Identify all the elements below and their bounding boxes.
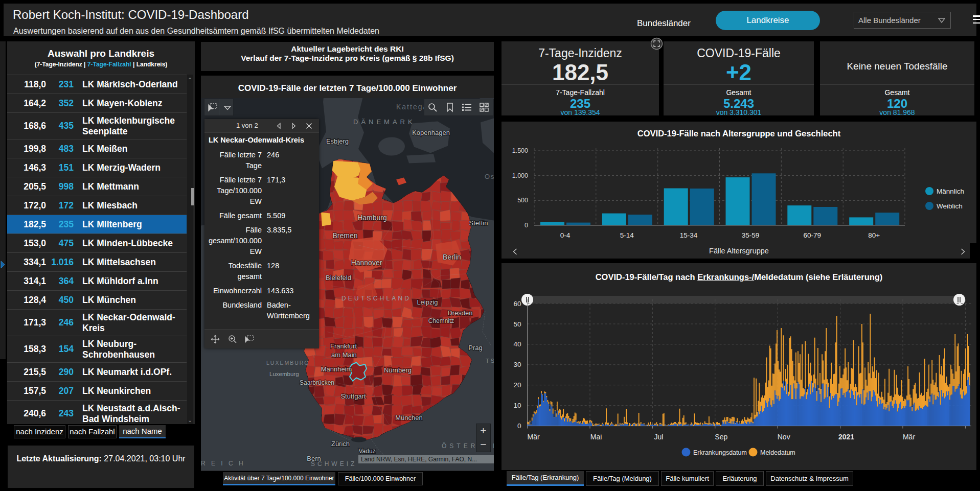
svg-text:Mannheim: Mannheim <box>321 365 352 373</box>
svg-text:Luxemburg: Luxemburg <box>269 371 299 377</box>
svg-text:2021: 2021 <box>838 433 854 441</box>
svg-text:0: 0 <box>517 422 521 430</box>
svg-text:500: 500 <box>517 197 528 204</box>
svg-text:Nürnberg: Nürnberg <box>384 366 412 374</box>
svg-text:Hannover: Hannover <box>351 259 382 267</box>
svg-text:20: 20 <box>514 381 521 389</box>
svg-text:40: 40 <box>514 340 521 348</box>
svg-text:Saarbrücken: Saarbrücken <box>300 379 334 386</box>
svg-text:50: 50 <box>514 320 521 328</box>
svg-text:Bielefeld: Bielefeld <box>326 274 351 282</box>
svg-text:Stuttgart: Stuttgart <box>340 392 366 400</box>
svg-text:15-34: 15-34 <box>680 231 698 239</box>
svg-text:Jul: Jul <box>654 433 663 441</box>
svg-text:Bremen: Bremen <box>332 231 357 240</box>
svg-text:Mär: Mär <box>528 433 540 441</box>
svg-text:Dresden: Dresden <box>447 309 472 317</box>
svg-text:Erkrankungsdatum: Erkrankungsdatum <box>693 449 747 456</box>
svg-text:Zürich: Zürich <box>331 440 350 448</box>
svg-text:Vaduz: Vaduz <box>358 448 375 455</box>
svg-text:10: 10 <box>514 402 521 409</box>
svg-text:1.500: 1.500 <box>512 147 528 154</box>
svg-text:Nov: Nov <box>778 433 790 441</box>
svg-text:Berlin: Berlin <box>443 253 461 261</box>
svg-text:Kopenhagen: Kopenhagen <box>412 129 450 136</box>
svg-text:35-59: 35-59 <box>742 231 760 239</box>
svg-text:R E I C H: R E I C H <box>201 460 245 467</box>
svg-text:0-4: 0-4 <box>560 231 571 239</box>
svg-text:Stettin: Stettin <box>469 219 488 227</box>
svg-text:Prag: Prag <box>468 344 482 352</box>
svg-text:LUXEMBURG: LUXEMBURG <box>266 360 310 366</box>
svg-text:80+: 80+ <box>868 231 880 239</box>
svg-text:Bern: Bern <box>307 455 321 462</box>
svg-text:60: 60 <box>514 300 521 308</box>
svg-text:5-14: 5-14 <box>620 231 634 239</box>
svg-text:Sep: Sep <box>715 433 727 441</box>
svg-text:Chemnitz: Chemnitz <box>428 317 454 324</box>
svg-text:DÄNEMARK: DÄNEMARK <box>353 118 416 126</box>
svg-text:Esbjerg: Esbjerg <box>326 137 349 145</box>
svg-text:TSC: TSC <box>486 358 494 364</box>
svg-text:Leipzig: Leipzig <box>417 298 438 306</box>
svg-text:am Main: am Main <box>331 351 357 359</box>
svg-text:60-79: 60-79 <box>803 231 821 239</box>
svg-text:Weiblich: Weiblich <box>937 202 963 210</box>
svg-text:Frankfurt: Frankfurt <box>330 342 357 350</box>
svg-text:Mär: Mär <box>903 433 915 441</box>
svg-text:Hamburg: Hamburg <box>357 214 387 222</box>
svg-text:Mai: Mai <box>590 433 602 441</box>
svg-text:0: 0 <box>525 222 528 229</box>
svg-text:DEUTSCHLAND: DEUTSCHLAND <box>341 295 411 302</box>
svg-text:30: 30 <box>514 361 521 368</box>
svg-text:München: München <box>395 414 422 422</box>
svg-text:1.000: 1.000 <box>512 172 528 179</box>
svg-text:Meldedatum: Meldedatum <box>760 449 795 456</box>
svg-text:Männlich: Männlich <box>937 188 964 195</box>
svg-text:Ostsee: Ostsee <box>485 173 494 180</box>
